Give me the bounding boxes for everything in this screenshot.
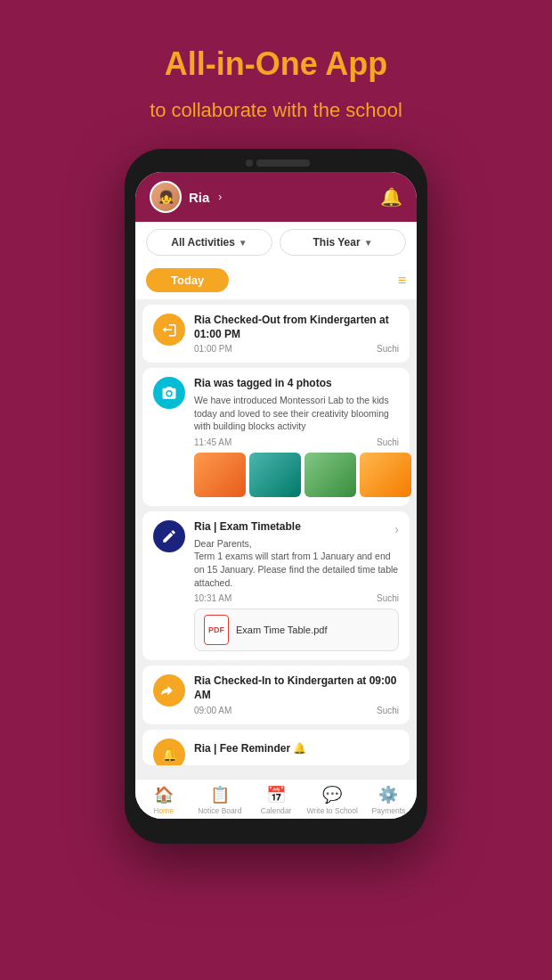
nav-home-label: Home: [153, 806, 174, 815]
nav-calendar-label: Calendar: [261, 806, 292, 815]
checkin-title: Ria Checked-In to Kindergarten at 09:00 …: [194, 674, 399, 702]
nav-payments[interactable]: ⚙️ Payments: [361, 785, 417, 815]
avatar[interactable]: 👧: [150, 181, 182, 213]
notice-board-icon: 📋: [210, 785, 230, 804]
photo-tag-icon: [153, 377, 185, 409]
fee-reminder-title: Ria | Fee Reminder 🔔: [194, 739, 306, 754]
chevron-down-icon: ▼: [364, 238, 373, 248]
hero-title: All-in-One App: [165, 45, 388, 83]
nav-payments-label: Payments: [372, 806, 406, 815]
chevron-down-icon: ▼: [239, 238, 248, 248]
photo-grid: [194, 453, 399, 497]
photo-thumb-1[interactable]: [194, 453, 246, 497]
pdf-attachment[interactable]: PDF Exam Time Table.pdf: [194, 608, 399, 651]
checkin-content: Ria Checked-In to Kindergarten at 09:00 …: [194, 674, 399, 715]
phone-notch: [135, 159, 417, 167]
user-name: Ria: [189, 190, 209, 205]
phone-frame: 👧 Ria › 🔔 All Activities ▼ This Year ▼ T…: [125, 149, 427, 844]
photo-thumb-2[interactable]: [249, 453, 301, 497]
checkin-activity-card: Ria Checked-In to Kindergarten at 09:00 …: [142, 666, 410, 723]
hero-subtitle: to collaborate with the school: [150, 99, 402, 122]
calendar-icon: 📅: [266, 785, 286, 804]
checkout-icon: [153, 314, 185, 346]
checkout-content: Ria Checked-Out from Kindergarten at 01:…: [194, 314, 399, 354]
chevron-right-icon: ›: [394, 522, 399, 536]
nav-write-label: Write to School: [306, 806, 357, 815]
photos-body: We have introduced Montessori Lab to the…: [194, 394, 399, 433]
exam-icon: [153, 520, 185, 552]
checkin-time: 09:00 AM: [194, 706, 231, 715]
bottom-nav: 🏠 Home 📋 Notice Board 📅 Calendar 💬 Write…: [135, 779, 417, 819]
exam-time: 10:31 AM: [194, 593, 231, 603]
checkout-time: 01:00 PM: [194, 344, 232, 354]
activity-list: Ria Checked-Out from Kindergarten at 01:…: [135, 299, 417, 779]
home-icon: 🏠: [154, 785, 174, 804]
photos-content: Ria was tagged in 4 photos We have intro…: [194, 377, 399, 497]
checkin-author: Suchi: [377, 706, 399, 715]
checkout-meta: 01:00 PM Suchi: [194, 344, 399, 354]
pdf-icon: PDF: [204, 615, 229, 645]
photo-thumb-4[interactable]: [360, 453, 411, 497]
nav-home[interactable]: 🏠 Home: [135, 785, 191, 815]
checkin-meta: 09:00 AM Suchi: [194, 706, 399, 715]
app-header: 👧 Ria › 🔔: [135, 172, 417, 222]
filter-bar: All Activities ▼ This Year ▼: [135, 222, 417, 263]
exam-meta: 10:31 AM Suchi: [194, 593, 399, 603]
exam-author: Suchi: [377, 593, 399, 603]
year-filter[interactable]: This Year ▼: [280, 229, 406, 256]
filter-lines-icon[interactable]: ≡: [398, 273, 406, 289]
nav-notice-board[interactable]: 📋 Notice Board: [191, 785, 248, 815]
phone-screen: 👧 Ria › 🔔 All Activities ▼ This Year ▼ T…: [135, 172, 417, 819]
activity-card: Ria Checked-Out from Kindergarten at 01:…: [142, 305, 410, 363]
exam-title: Ria | Exam Timetable: [194, 520, 301, 535]
header-left: 👧 Ria ›: [150, 181, 222, 213]
avatar-image: 👧: [151, 183, 180, 211]
checkout-title: Ria Checked-Out from Kindergarten at 01:…: [194, 314, 399, 341]
today-button[interactable]: Today: [146, 268, 229, 292]
photos-title: Ria was tagged in 4 photos: [194, 377, 399, 391]
chevron-right-icon: ›: [218, 191, 222, 203]
nav-write-to-school[interactable]: 💬 Write to School: [304, 785, 361, 815]
photos-meta: 11:45 AM Suchi: [194, 437, 399, 447]
nav-notice-label: Notice Board: [198, 806, 241, 815]
nav-calendar[interactable]: 📅 Calendar: [248, 785, 304, 815]
photo-thumb-3[interactable]: [304, 453, 356, 497]
photos-activity-card: Ria was tagged in 4 photos We have intro…: [142, 368, 410, 506]
exam-body: Dear Parents,Term 1 exams will start fro…: [194, 537, 399, 590]
checkout-author: Suchi: [377, 344, 399, 354]
exam-content: Ria | Exam Timetable › Dear Parents,Term…: [194, 520, 399, 651]
exam-activity-card: Ria | Exam Timetable › Dear Parents,Term…: [142, 511, 410, 660]
write-to-school-icon: 💬: [322, 785, 342, 804]
date-row: Today ≡: [135, 263, 417, 299]
fee-reminder-card: 🔔 Ria | Fee Reminder 🔔: [142, 730, 410, 765]
all-activities-filter[interactable]: All Activities ▼: [146, 229, 272, 256]
payments-icon: ⚙️: [378, 785, 398, 804]
photos-author: Suchi: [377, 437, 399, 447]
photos-time: 11:45 AM: [194, 437, 231, 447]
fee-reminder-icon: 🔔: [153, 739, 185, 765]
pdf-filename: Exam Time Table.pdf: [236, 625, 328, 635]
checkin-icon: [153, 674, 185, 706]
bell-icon[interactable]: 🔔: [380, 186, 402, 208]
